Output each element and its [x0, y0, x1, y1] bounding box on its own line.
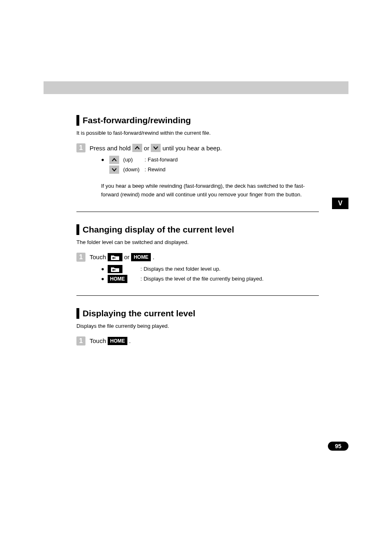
step-mid-2: or: [124, 253, 129, 260]
step-text-2: Touch or HOME .: [90, 253, 154, 261]
bullet-row-down: ● (down) : Rewind: [101, 166, 319, 174]
bullet-row-home: ● HOME : Displays the level of the file …: [101, 275, 319, 283]
side-tab: V: [332, 198, 348, 209]
chevron-down-icon: [109, 166, 119, 174]
bullet-label-up: (up): [123, 156, 143, 164]
heading-text-2: Changing display of the current level: [83, 225, 234, 235]
step-prefix-3: Touch: [90, 337, 106, 344]
home-button-icon: HOME: [108, 275, 127, 283]
page-content: Fast-forwarding/rewinding It is possible…: [76, 115, 319, 349]
step-mid: or: [144, 145, 149, 152]
chevron-up-icon: [132, 144, 142, 152]
section-heading-2: Changing display of the current level: [76, 224, 319, 235]
page-number: 95: [328, 442, 348, 451]
heading-text-1: Fast-forwarding/rewinding: [83, 115, 191, 125]
step-number-3: 1: [76, 336, 85, 345]
bullet-sep: :: [145, 166, 146, 174]
bullet-row-up: ● (up) : Fast-forward: [101, 156, 319, 164]
chevron-down-icon: [151, 144, 161, 152]
heading-bar-icon: [76, 224, 79, 235]
step-text-3: Touch HOME .: [90, 337, 131, 345]
step-row-3: 1 Touch HOME .: [76, 336, 319, 345]
bullet-list-1: ● (up) : Fast-forward ● (down) : Rewind: [101, 156, 319, 174]
bullet-sep: :: [145, 156, 146, 164]
intro-text-1: It is possible to fast-forward/rewind wi…: [76, 130, 319, 136]
home-button-icon: HOME: [108, 337, 127, 345]
bullet-desc-down: Rewind: [148, 166, 165, 174]
section-heading-3: Displaying the current level: [76, 308, 319, 319]
bullet-sep: :: [141, 265, 142, 273]
bullet-list-2: ● : Displays the next folder level up. ●…: [101, 265, 319, 283]
bullet-label-down: (down): [123, 166, 143, 174]
bullet-icon: ●: [101, 265, 104, 273]
step-prefix: Press and hold: [90, 145, 131, 152]
section-divider: [76, 212, 319, 212]
bullet-desc-up: Fast-forward: [148, 156, 178, 164]
bullet-icon: ●: [101, 275, 104, 283]
step-text-1: Press and hold or until you hear a beep.: [90, 144, 222, 152]
step-suffix-2: .: [152, 253, 154, 260]
heading-bar-icon: [76, 115, 79, 126]
step-row-1: 1 Press and hold or until you hear a bee…: [76, 143, 319, 152]
heading-bar-icon: [76, 308, 79, 319]
bullet-desc-home: Displays the level of the file currently…: [143, 275, 263, 283]
step-number-1: 1: [76, 143, 85, 152]
bullet-icon: ●: [101, 156, 104, 164]
section-heading-1: Fast-forwarding/rewinding: [76, 115, 319, 126]
note-text-1: If you hear a beep while rewinding (fast…: [101, 182, 319, 199]
step-row-2: 1 Touch or HOME .: [76, 253, 319, 262]
intro-text-3: Displays the file currently being played…: [76, 323, 319, 329]
step-number-2: 1: [76, 253, 85, 262]
bullet-sep: :: [141, 275, 142, 283]
bullet-row-folder: ● : Displays the next folder level up.: [101, 265, 319, 273]
step-prefix-2: Touch: [90, 253, 106, 260]
folder-up-icon: [108, 265, 122, 273]
header-gray-bar: [44, 81, 348, 94]
step-suffix: until you hear a beep.: [162, 145, 221, 152]
bullet-desc-folder: Displays the next folder level up.: [143, 265, 220, 273]
step-suffix-3: .: [129, 337, 131, 344]
chevron-up-icon: [109, 156, 119, 164]
intro-text-2: The folder level can be switched and dis…: [76, 239, 319, 245]
folder-up-icon: [108, 253, 122, 261]
heading-text-3: Displaying the current level: [83, 309, 195, 318]
home-button-icon: HOME: [131, 253, 151, 261]
section-divider: [76, 295, 319, 296]
